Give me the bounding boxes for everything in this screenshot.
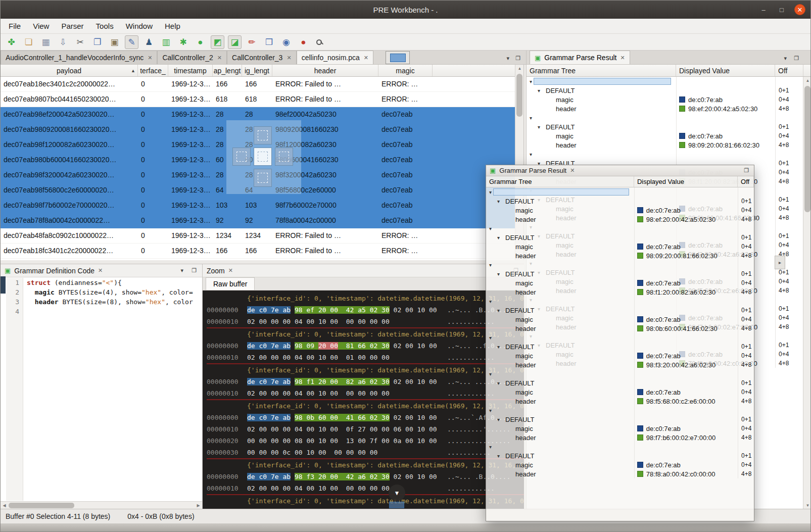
edit-grammar-icon[interactable]: ✎ <box>125 35 138 49</box>
close-icon[interactable]: ✕ <box>287 55 291 61</box>
expander-icon[interactable]: ▾ <box>497 417 504 422</box>
table-row[interactable]: dec07eab18ec3401c2c20000022…01969-12-3…1… <box>1 77 523 92</box>
column-header-grammar-tree[interactable]: Grammar Tree <box>486 176 634 187</box>
hex-view[interactable]: {'interface_id': 0, 'timestamp': datetim… <box>203 291 524 509</box>
tree-row[interactable]: ▾ <box>486 187 754 197</box>
panel-menu-button[interactable]: ▾ <box>783 55 789 62</box>
scroll-left-icon[interactable]: ◀ <box>1 502 8 509</box>
table-row[interactable]: dec07eab9807bc0441650230020…01969-12-3…6… <box>1 92 523 107</box>
tab-cellinfo_nosim.pca[interactable]: cellinfo_nosim.pca✕ <box>297 51 373 64</box>
tab-raw-buffer[interactable]: Raw buffer <box>206 277 255 290</box>
tree-row[interactable]: ▾ <box>486 369 754 378</box>
code-hscrollbar-thumb[interactable] <box>9 503 74 508</box>
tree-row[interactable]: header98:0b:60:00:41:66:02:304+8 <box>486 324 754 333</box>
code-line[interactable]: header BYTES(size=(8), show="hex", color <box>27 297 202 307</box>
floating-grammar-parse-result-window[interactable]: ▣ Grammar Parse Result ✕ ❐ Grammar Tree … <box>486 165 754 521</box>
tree-row[interactable]: ▾ <box>486 333 754 342</box>
table-row[interactable]: dec07eab48fa8c0902c10000022…01969-12-3…1… <box>1 228 523 244</box>
table-row[interactable]: dec07eab98f7b60002e70000020…01969-12-3…1… <box>1 198 523 213</box>
code-line[interactable]: magic BYTES(size=(4), show="hex", color= <box>27 287 202 297</box>
panel-float-button[interactable]: ❐ <box>792 55 800 62</box>
debug-icon[interactable]: ✱ <box>176 35 190 49</box>
tree-row[interactable]: ▾DEFAULT0+1 <box>486 342 754 351</box>
tree-row[interactable]: header98:f3:20:00:42:a6:02:304+8 <box>486 360 754 369</box>
close-button[interactable]: ✕ <box>794 4 805 15</box>
open-file-icon[interactable]: ❏ <box>22 35 35 49</box>
tree-row[interactable]: ▾DEFAULT0+1 <box>486 415 754 424</box>
tree-row[interactable]: ▾ <box>486 260 754 269</box>
column-header-ap_lengt[interactable]: ap_lengt <box>213 65 242 76</box>
menu-file[interactable]: File <box>3 20 27 32</box>
tree-row[interactable]: magicde:c0:7e:ab0+4 <box>527 95 803 104</box>
tree-row[interactable]: ▾DEFAULT0+1 <box>486 233 754 242</box>
tree-row[interactable]: magicde:c0:7e:ab0+4 <box>486 388 754 397</box>
scroll-up-icon[interactable]: ▲ <box>803 77 811 84</box>
floating-window-titlebar[interactable]: ▣ Grammar Parse Result ✕ ❐ <box>486 165 754 176</box>
table-scrollbar-thumb[interactable] <box>516 74 522 117</box>
expander-icon[interactable]: ▾ <box>527 79 534 84</box>
paste-icon[interactable]: ▣ <box>108 35 121 49</box>
tree-row[interactable]: ▾DEFAULT0+1 <box>486 306 754 315</box>
panel-scrollbar-thumb[interactable] <box>804 86 810 212</box>
dock-guide-top[interactable] <box>254 126 272 144</box>
hex-row[interactable]: 0000001002 00 00 00 04 00 10 00 00 00 00… <box>207 482 524 494</box>
parse-user-icon[interactable]: ♟ <box>142 35 156 49</box>
expander-icon[interactable]: ▾ <box>486 408 493 413</box>
expander-icon[interactable]: ▾ <box>538 124 545 130</box>
dock-guide-left[interactable] <box>232 148 251 166</box>
new-file-icon[interactable]: ✤ <box>5 35 18 49</box>
dock-guide-right[interactable] <box>275 148 293 166</box>
tree-row[interactable]: header98:ef:20:00:42:a5:02:304+8 <box>527 104 803 113</box>
run-icon[interactable]: ● <box>194 35 207 49</box>
tree-row[interactable]: magicde:c0:7e:ab0+4 <box>486 351 754 360</box>
save-as-icon[interactable]: ⇩ <box>56 35 70 49</box>
tree-row[interactable]: magicde:c0:7e:ab0+4 <box>486 242 754 251</box>
tree-row[interactable]: ▾DEFAULT0+1 <box>527 86 803 95</box>
inspect-icon[interactable]: ◉ <box>279 35 293 49</box>
scroll-down-icon[interactable]: ▼ <box>803 502 811 509</box>
expander-icon[interactable]: ▾ <box>486 371 493 377</box>
code-hscrollbar[interactable]: ◀ ▶ <box>1 501 202 509</box>
panel-scrollbar[interactable]: ▲ ▼ <box>803 77 811 509</box>
hex-row[interactable]: 00000000de c0 7e ab 98 f1 20 00 82 a6 02… <box>207 376 524 388</box>
tab-float-button[interactable]: ❐ <box>514 55 522 62</box>
marker-icon[interactable]: ✏ <box>245 35 259 49</box>
hex-row[interactable]: 00000000de c0 7e ab 98 ef 20 00 42 a5 02… <box>207 304 524 316</box>
code-line[interactable] <box>27 307 202 316</box>
tree-row[interactable]: ▾ <box>486 297 754 306</box>
close-icon[interactable]: ✕ <box>228 267 233 274</box>
tree-row[interactable]: ▾DEFAULT0+1 <box>486 269 754 278</box>
close-icon[interactable]: ✕ <box>217 55 222 61</box>
search-icon[interactable] <box>314 35 327 49</box>
hex-row[interactable]: 00000000de c0 7e ab 98 09 20 00 81 66 02… <box>207 340 524 352</box>
column-header-header[interactable]: header <box>272 65 378 76</box>
tree-row[interactable]: ▾ <box>486 442 754 451</box>
tree-row[interactable]: ▾ <box>486 406 754 415</box>
dock-arrow-bottom[interactable]: ▼ <box>389 485 405 501</box>
menu-tools[interactable]: Tools <box>90 20 120 32</box>
tree-row[interactable]: ▾DEFAULT0+1 <box>486 197 754 206</box>
tree-row[interactable]: magicde:c0:7e:ab0+4 <box>486 206 754 215</box>
tree-row[interactable]: ▾ <box>527 113 803 122</box>
close-icon[interactable]: ✕ <box>620 55 625 61</box>
tree-row[interactable]: ▾DEFAULT0+1 <box>486 378 754 388</box>
hex-row[interactable]: 0000001002 00 00 00 04 00 10 00 00 00 00… <box>207 388 524 399</box>
tree-row[interactable]: ▾DEFAULT0+1 <box>486 451 754 460</box>
tree-row[interactable]: header78:f8:a0:00:42:c0:00:004+8 <box>486 469 754 478</box>
column-header-offset[interactable]: Off <box>775 65 803 76</box>
minimize-button[interactable]: – <box>758 4 769 15</box>
expander-icon[interactable]: ▾ <box>486 189 493 195</box>
grammar-tree-icon[interactable]: ◪ <box>228 35 242 49</box>
tree-row[interactable]: header98:f7:b6:00:02:e7:00:004+8 <box>486 433 754 442</box>
column-header-offset[interactable]: Off <box>738 176 754 187</box>
column-header-payload[interactable]: payload▲ <box>1 65 138 76</box>
expander-icon[interactable]: ▾ <box>486 262 493 268</box>
tree-row[interactable]: magicde:c0:7e:ab0+4 <box>527 131 803 140</box>
tree-row[interactable]: header98:f1:20:00:82:a6:02:304+8 <box>486 287 754 297</box>
code-editor[interactable]: struct (endianness="<"){ magic BYTES(siz… <box>27 278 202 501</box>
dock-guide-bottom[interactable] <box>254 169 272 187</box>
tree-row[interactable]: ▾ <box>527 150 803 159</box>
expander-icon[interactable]: ▾ <box>497 344 504 350</box>
column-header-ig_lengt[interactable]: ig_lengt <box>242 65 272 76</box>
maximize-button[interactable]: □ <box>776 4 787 15</box>
